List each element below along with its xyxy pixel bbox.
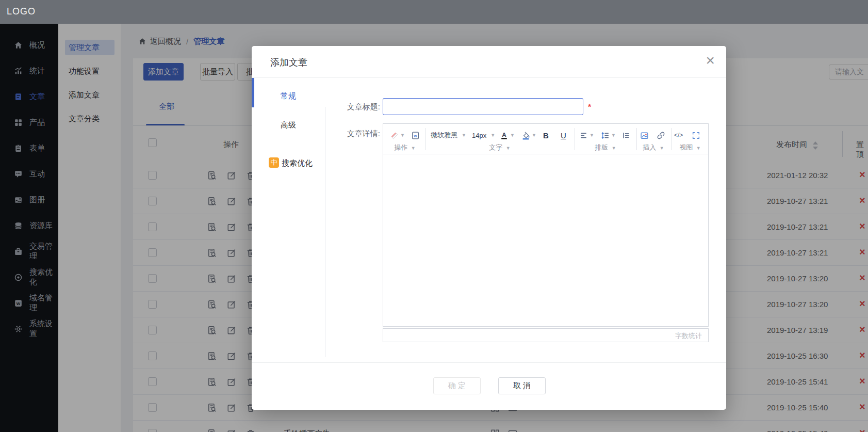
dropdown-caret-icon: ▼ [510,133,515,138]
article-title-label: 文章标题: [329,102,380,112]
required-mark: * [588,103,591,112]
dropdown-caret-icon: ▼ [589,133,594,138]
insert-image-button[interactable] [640,129,649,141]
link-icon [657,131,665,140]
editor-toolbar: ▼ w 操作 ▼ 微软雅黑▼ 14px▼ A ▼ [383,124,708,154]
word-count-label: 字数统计 [675,331,702,341]
add-article-modal: 添加文章 × 常规 高级 中 搜索优化 文章标题: * 文章详情: ▼ w [252,46,726,410]
svg-text:A: A [502,131,506,138]
modal-tab-general[interactable]: 常规 [252,91,325,101]
group-label-layout[interactable]: 排版 ▼ [595,143,616,152]
font-color-icon: A [500,131,509,140]
logo: LOGO [7,6,36,17]
line-height-icon [601,131,610,140]
indent-button[interactable] [621,129,630,141]
font-size-select[interactable]: 14px▼ [472,129,495,141]
group-label-action[interactable]: 操作 ▼ [394,143,416,152]
close-icon[interactable]: × [706,50,715,71]
group-label-insert[interactable]: 插入 ▼ [643,143,664,152]
top-bar: LOGO [0,0,868,24]
font-family-select[interactable]: 微软雅黑▼ [431,129,466,141]
fullscreen-icon [692,131,700,140]
modal-header: 添加文章 × [252,46,726,78]
fullscreen-button[interactable] [692,129,700,141]
align-button[interactable]: ▼ [579,129,594,141]
confirm-button[interactable]: 确 定 [433,377,481,394]
modal-tab-seo[interactable]: 中 搜索优化 [252,158,325,169]
font-color-button[interactable]: A ▼ [500,129,515,141]
line-height-button[interactable]: ▼ [601,129,616,141]
modal-tab-advanced[interactable]: 高级 [252,120,325,130]
background-color-button[interactable]: ▼ [521,129,536,141]
toolbar-separator [425,128,426,150]
word-doc-icon: w [411,131,420,140]
dropdown-caret-icon: ▼ [532,133,536,138]
bold-button[interactable]: B [543,129,549,141]
dropdown-caret-icon: ▼ [400,133,405,138]
clear-format-button[interactable]: ▼ [390,129,405,141]
modal-footer: 确 定 取 消 [252,362,726,410]
eraser-icon [390,131,399,140]
tab-strip-border [325,107,325,357]
insert-image-icon [640,131,649,140]
indent-icon [621,131,630,140]
modal-tab-seo-label: 搜索优化 [282,158,313,168]
toolbar-separator [636,128,637,150]
cancel-button[interactable]: 取 消 [498,377,546,394]
insert-link-button[interactable] [657,129,665,141]
dropdown-caret-icon: ▼ [611,133,616,138]
import-word-button[interactable]: w [411,129,420,141]
toolbar-separator [575,128,575,150]
app-root: LOGO 概况 统计 文章 产品 表单 互动 图册 [0,0,868,432]
group-label-view[interactable]: 视图 ▼ [679,143,701,152]
seo-badge-icon: 中 [269,157,279,168]
svg-text:w: w [414,133,417,138]
article-detail-label: 文章详情: [329,129,380,139]
editor-content-area[interactable] [383,154,708,326]
rich-text-editor: ▼ w 操作 ▼ 微软雅黑▼ 14px▼ A ▼ [383,123,709,327]
source-code-button[interactable]: </> [674,129,683,141]
article-title-input[interactable] [383,98,583,115]
modal-title: 添加文章 [270,56,307,69]
toolbar-separator [671,128,672,150]
word-count-bar: 字数统计 [383,328,709,342]
paint-bucket-icon [521,131,530,140]
underline-button[interactable]: U [561,129,566,141]
align-icon [579,131,588,140]
group-label-text[interactable]: 文字 ▼ [489,143,511,152]
